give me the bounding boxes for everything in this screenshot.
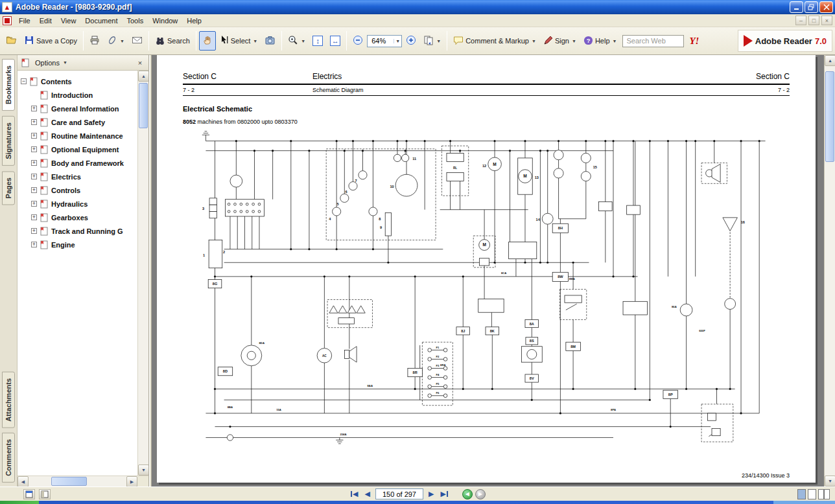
select-tool-button[interactable]: Select ▼ (217, 31, 261, 51)
bookmark-item-routine-maintenance[interactable]: +Routine Maintenance (21, 129, 137, 143)
facing-pages-icon[interactable] (818, 489, 830, 499)
zoom-tool-button[interactable]: ▼ (285, 31, 309, 51)
scroll-track[interactable] (825, 66, 835, 475)
continuous-page-icon[interactable] (808, 489, 816, 499)
menu-tools[interactable]: Tools (123, 16, 148, 26)
bookmarks-horizontal-scrollbar[interactable]: ◀ ▶ (18, 475, 148, 487)
zoom-in-button[interactable] (403, 31, 419, 51)
bookmark-item-body-and-framework[interactable]: +Body and Framework (21, 156, 137, 170)
tab-pages[interactable]: Pages (2, 171, 15, 205)
bookmark-item-controls[interactable]: +Controls (21, 183, 137, 197)
tab-attachments[interactable]: Attachments (2, 372, 15, 428)
next-view-button[interactable]: ▶ (475, 489, 486, 499)
scroll-right-button[interactable]: ▶ (126, 476, 137, 487)
pane-toggle-icon[interactable] (39, 489, 51, 499)
previous-view-button[interactable]: ◀ (462, 489, 473, 499)
last-page-button[interactable]: ▶ (439, 489, 449, 499)
menu-view[interactable]: View (56, 16, 81, 26)
zoom-out-button[interactable] (349, 31, 366, 51)
sign-button[interactable]: Sign ▼ (540, 31, 580, 51)
menu-file[interactable]: File (14, 16, 35, 26)
tab-bookmarks[interactable]: Bookmarks (2, 59, 15, 111)
expand-icon[interactable]: + (31, 214, 37, 220)
email-button[interactable] (128, 31, 146, 51)
scroll-thumb[interactable] (139, 83, 148, 128)
bookmark-item-electrics[interactable]: +Electrics (21, 170, 137, 183)
scroll-thumb[interactable] (51, 477, 87, 486)
scroll-down-button[interactable]: ▼ (138, 464, 148, 475)
bookmark-item-care-and-safety[interactable]: +Care and Safety (21, 115, 137, 129)
document-status-icon[interactable] (23, 489, 35, 499)
child-close-button[interactable]: × (821, 16, 832, 25)
options-button[interactable]: Options (35, 59, 60, 67)
snapshot-button[interactable] (261, 31, 279, 51)
menu-document[interactable]: Document (80, 16, 122, 26)
tab-signatures[interactable]: Signatures (2, 116, 15, 166)
first-page-button[interactable]: ◀ (349, 489, 359, 499)
save-a-copy-button[interactable]: Save a Copy (21, 31, 80, 51)
next-page-button[interactable]: ▶ (427, 489, 435, 499)
bookmark-item-optional-equipment[interactable]: +Optional Equipment (21, 143, 137, 156)
child-minimize-button[interactable]: – (795, 16, 806, 25)
page-display-button[interactable]: ▼ (420, 31, 444, 51)
panel-close-button[interactable]: × (135, 58, 145, 68)
open-button[interactable] (3, 31, 20, 51)
expand-icon[interactable]: + (31, 160, 37, 166)
search-web-input[interactable]: Search Web (622, 35, 684, 47)
dropdown-arrow-icon: ▼ (572, 39, 576, 43)
svg-text:15: 15 (593, 165, 597, 169)
bookmark-item-engine[interactable]: +Engine (21, 238, 137, 251)
document-vertical-scrollbar[interactable]: ▲ ▼ (824, 55, 835, 487)
tab-comments[interactable]: Comments (2, 433, 15, 483)
scroll-left-button[interactable]: ◀ (18, 476, 29, 487)
expand-icon[interactable]: + (31, 201, 37, 207)
child-restore-button[interactable]: □ (808, 16, 819, 25)
restore-button[interactable] (805, 1, 818, 13)
svg-text:8H: 8H (558, 226, 563, 230)
scroll-thumb[interactable] (825, 71, 834, 162)
expand-icon[interactable]: + (31, 242, 37, 247)
bookmark-item-introduction[interactable]: Introduction (21, 88, 137, 102)
print-button[interactable] (86, 31, 103, 51)
expand-icon[interactable]: + (31, 106, 37, 111)
expand-icon[interactable]: + (31, 187, 37, 193)
expand-icon[interactable]: + (31, 174, 37, 179)
menu-help[interactable]: Help (182, 16, 206, 26)
fit-width-button[interactable]: ↔ (327, 31, 344, 51)
menu-window[interactable]: Window (148, 16, 182, 26)
expand-icon[interactable]: + (31, 146, 37, 152)
collapse-icon[interactable]: − (21, 78, 27, 84)
search-button[interactable]: Search (152, 31, 193, 51)
zoom-level-combo[interactable]: 64% ▼ (367, 35, 402, 47)
scroll-up-button[interactable]: ▲ (138, 71, 148, 82)
page-number-field[interactable]: 150 of 297 (375, 488, 423, 499)
yahoo-button[interactable]: Y! (687, 36, 701, 47)
bookmark-item-hydraulics[interactable]: +Hydraulics (21, 197, 137, 211)
scroll-track[interactable] (138, 82, 148, 464)
actual-size-button[interactable]: ↕ (309, 31, 326, 51)
help-button[interactable]: ? Help ▼ (580, 31, 620, 51)
expand-icon[interactable]: + (31, 119, 37, 125)
svg-text:F5: F5 (436, 382, 440, 385)
scroll-up-button[interactable]: ▲ (825, 55, 835, 66)
scroll-track[interactable] (29, 476, 126, 487)
bookmark-item-track-and-running-g[interactable]: +Track and Running G (21, 224, 137, 238)
menu-edit[interactable]: Edit (35, 16, 56, 26)
toolbar-separator (346, 31, 347, 51)
bookmarks-vertical-scrollbar[interactable]: ▲ ▼ (137, 71, 148, 475)
email-attach-button[interactable]: ▼ (104, 31, 128, 51)
expand-icon[interactable]: + (31, 228, 37, 234)
bookmark-item-general-information[interactable]: +General Information (21, 102, 137, 115)
close-button[interactable] (819, 1, 833, 13)
dropdown-arrow-icon[interactable]: ▼ (63, 60, 67, 65)
minimize-button[interactable] (790, 1, 803, 13)
scroll-down-button[interactable]: ▼ (825, 475, 835, 487)
bookmark-item-gearboxes[interactable]: +Gearboxes (21, 211, 137, 224)
comment-markup-button[interactable]: Comment & Markup ▼ (450, 31, 539, 51)
hand-tool-button[interactable] (199, 31, 216, 51)
expand-icon[interactable]: + (31, 133, 37, 139)
previous-page-button[interactable]: ◀ (364, 489, 371, 499)
start-button-edge[interactable] (0, 501, 39, 504)
single-page-icon[interactable] (797, 489, 806, 499)
bookmark-item-contents[interactable]: −Contents (21, 74, 137, 88)
